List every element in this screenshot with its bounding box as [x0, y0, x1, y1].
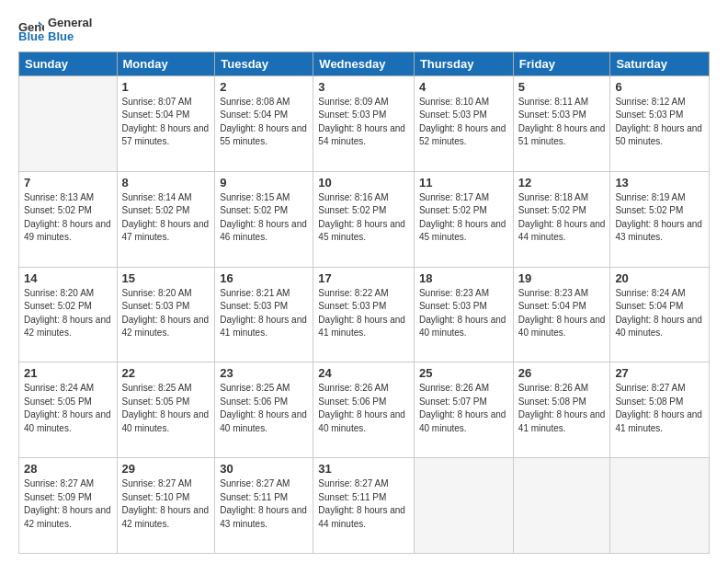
day-info: Sunrise: 8:07 AMSunset: 5:04 PMDaylight:… [122, 96, 210, 149]
day-info: Sunrise: 8:27 AMSunset: 5:08 PMDaylight:… [615, 382, 704, 435]
calendar-cell: 16Sunrise: 8:21 AMSunset: 5:03 PMDayligh… [215, 267, 313, 362]
day-number: 14 [24, 271, 112, 285]
calendar-cell: 1Sunrise: 8:07 AMSunset: 5:04 PMDaylight… [117, 75, 215, 171]
calendar-cell: 26Sunrise: 8:26 AMSunset: 5:08 PMDayligh… [513, 362, 610, 458]
calendar-cell: 18Sunrise: 8:23 AMSunset: 5:03 PMDayligh… [414, 267, 513, 362]
day-number: 25 [419, 366, 508, 380]
day-number: 5 [518, 80, 606, 94]
day-number: 15 [122, 271, 210, 285]
day-number: 17 [318, 271, 409, 285]
calendar-cell: 8Sunrise: 8:14 AMSunset: 5:02 PMDaylight… [117, 171, 215, 267]
calendar-cell [513, 458, 610, 554]
day-info: Sunrise: 8:17 AMSunset: 5:02 PMDaylight:… [419, 191, 508, 245]
day-number: 4 [419, 80, 508, 94]
calendar-cell: 17Sunrise: 8:22 AMSunset: 5:03 PMDayligh… [313, 267, 415, 362]
calendar-cell: 6Sunrise: 8:12 AMSunset: 5:03 PMDaylight… [610, 75, 710, 171]
weekday-header: Monday [117, 52, 215, 75]
day-info: Sunrise: 8:09 AMSunset: 5:03 PMDaylight:… [318, 96, 409, 149]
calendar-cell: 29Sunrise: 8:27 AMSunset: 5:10 PMDayligh… [117, 458, 215, 554]
day-number: 26 [518, 366, 606, 380]
logo-blue: Blue [48, 30, 92, 44]
calendar-table: SundayMondayTuesdayWednesdayThursdayFrid… [18, 52, 710, 554]
page: General Blue General Blue SundayMondayTu… [0, 0, 728, 563]
weekday-header: Sunday [19, 52, 118, 75]
day-number: 7 [24, 176, 112, 190]
day-number: 10 [318, 176, 409, 190]
day-info: Sunrise: 8:23 AMSunset: 5:03 PMDaylight:… [419, 287, 508, 340]
calendar-cell: 2Sunrise: 8:08 AMSunset: 5:04 PMDaylight… [215, 75, 313, 171]
day-info: Sunrise: 8:22 AMSunset: 5:03 PMDaylight:… [318, 287, 409, 340]
day-number: 8 [122, 176, 210, 190]
day-number: 9 [220, 176, 308, 190]
calendar-cell: 25Sunrise: 8:26 AMSunset: 5:07 PMDayligh… [414, 362, 513, 458]
day-number: 27 [615, 366, 704, 380]
calendar-cell: 7Sunrise: 8:13 AMSunset: 5:02 PMDaylight… [19, 171, 118, 267]
calendar-cell: 27Sunrise: 8:27 AMSunset: 5:08 PMDayligh… [610, 362, 710, 458]
day-info: Sunrise: 8:16 AMSunset: 5:02 PMDaylight:… [318, 191, 409, 245]
day-info: Sunrise: 8:15 AMSunset: 5:02 PMDaylight:… [220, 191, 308, 245]
day-info: Sunrise: 8:26 AMSunset: 5:08 PMDaylight:… [518, 382, 606, 435]
day-info: Sunrise: 8:21 AMSunset: 5:03 PMDaylight:… [220, 287, 308, 340]
day-number: 24 [318, 366, 409, 380]
calendar-cell: 3Sunrise: 8:09 AMSunset: 5:03 PMDaylight… [313, 75, 415, 171]
day-info: Sunrise: 8:08 AMSunset: 5:04 PMDaylight:… [220, 96, 308, 149]
calendar-cell: 5Sunrise: 8:11 AMSunset: 5:03 PMDaylight… [513, 75, 610, 171]
calendar-cell: 22Sunrise: 8:25 AMSunset: 5:05 PMDayligh… [117, 362, 215, 458]
calendar-cell: 20Sunrise: 8:24 AMSunset: 5:04 PMDayligh… [610, 267, 710, 362]
calendar-cell: 23Sunrise: 8:25 AMSunset: 5:06 PMDayligh… [215, 362, 313, 458]
day-info: Sunrise: 8:20 AMSunset: 5:03 PMDaylight:… [122, 287, 210, 340]
day-number: 16 [220, 271, 308, 285]
calendar-cell: 14Sunrise: 8:20 AMSunset: 5:02 PMDayligh… [19, 267, 118, 362]
day-info: Sunrise: 8:24 AMSunset: 5:05 PMDaylight:… [24, 382, 112, 435]
day-info: Sunrise: 8:27 AMSunset: 5:11 PMDaylight:… [220, 477, 308, 531]
day-info: Sunrise: 8:26 AMSunset: 5:07 PMDaylight:… [419, 382, 508, 435]
calendar-cell: 30Sunrise: 8:27 AMSunset: 5:11 PMDayligh… [215, 458, 313, 554]
calendar-cell [610, 458, 710, 554]
logo-icon: General Blue [18, 19, 44, 41]
weekday-header: Tuesday [215, 52, 313, 75]
day-number: 28 [24, 462, 112, 476]
day-info: Sunrise: 8:20 AMSunset: 5:02 PMDaylight:… [24, 287, 112, 340]
day-number: 19 [518, 271, 606, 285]
calendar-cell: 24Sunrise: 8:26 AMSunset: 5:06 PMDayligh… [313, 362, 415, 458]
day-info: Sunrise: 8:27 AMSunset: 5:11 PMDaylight:… [318, 477, 409, 531]
calendar-cell: 12Sunrise: 8:18 AMSunset: 5:02 PMDayligh… [513, 171, 610, 267]
day-number: 29 [122, 462, 210, 476]
logo: General Blue General Blue [18, 17, 92, 44]
day-info: Sunrise: 8:19 AMSunset: 5:02 PMDaylight:… [615, 191, 704, 245]
day-number: 2 [220, 80, 308, 94]
day-number: 11 [419, 176, 508, 190]
weekday-header: Friday [513, 52, 610, 75]
day-number: 21 [24, 366, 112, 380]
svg-text:Blue: Blue [18, 29, 44, 41]
weekday-header: Saturday [610, 52, 710, 75]
calendar-cell: 19Sunrise: 8:23 AMSunset: 5:04 PMDayligh… [513, 267, 610, 362]
calendar-cell: 13Sunrise: 8:19 AMSunset: 5:02 PMDayligh… [610, 171, 710, 267]
day-info: Sunrise: 8:27 AMSunset: 5:09 PMDaylight:… [24, 477, 112, 531]
calendar-cell [19, 75, 118, 171]
day-info: Sunrise: 8:25 AMSunset: 5:06 PMDaylight:… [220, 382, 308, 435]
day-number: 20 [615, 271, 704, 285]
calendar-cell: 21Sunrise: 8:24 AMSunset: 5:05 PMDayligh… [19, 362, 118, 458]
day-number: 12 [518, 176, 606, 190]
weekday-header: Wednesday [313, 52, 415, 75]
day-info: Sunrise: 8:25 AMSunset: 5:05 PMDaylight:… [122, 382, 210, 435]
day-number: 13 [615, 176, 704, 190]
calendar-cell [414, 458, 513, 554]
day-info: Sunrise: 8:11 AMSunset: 5:03 PMDaylight:… [518, 96, 606, 149]
calendar-cell: 15Sunrise: 8:20 AMSunset: 5:03 PMDayligh… [117, 267, 215, 362]
calendar-cell: 31Sunrise: 8:27 AMSunset: 5:11 PMDayligh… [313, 458, 415, 554]
weekday-header: Thursday [414, 52, 513, 75]
day-number: 1 [122, 80, 210, 94]
day-number: 3 [318, 80, 409, 94]
day-info: Sunrise: 8:13 AMSunset: 5:02 PMDaylight:… [24, 191, 112, 245]
day-info: Sunrise: 8:18 AMSunset: 5:02 PMDaylight:… [518, 191, 606, 245]
calendar-cell: 9Sunrise: 8:15 AMSunset: 5:02 PMDaylight… [215, 171, 313, 267]
calendar-cell: 11Sunrise: 8:17 AMSunset: 5:02 PMDayligh… [414, 171, 513, 267]
header: General Blue General Blue [18, 17, 710, 44]
day-number: 30 [220, 462, 308, 476]
logo-general: General [48, 17, 92, 30]
day-number: 6 [615, 80, 704, 94]
calendar-cell: 4Sunrise: 8:10 AMSunset: 5:03 PMDaylight… [414, 75, 513, 171]
day-info: Sunrise: 8:27 AMSunset: 5:10 PMDaylight:… [122, 477, 210, 531]
